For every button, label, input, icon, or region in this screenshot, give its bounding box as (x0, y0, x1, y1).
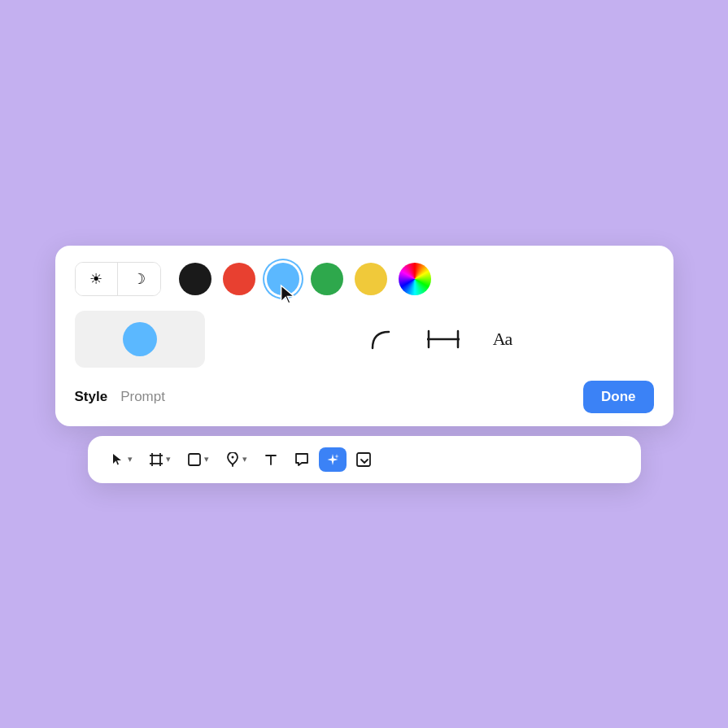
done-button[interactable]: Done (583, 381, 654, 413)
color-preview (75, 311, 205, 368)
corner-radius-button[interactable] (366, 325, 394, 353)
text-icon (264, 452, 278, 467)
style-icons-group: Aa (225, 325, 654, 353)
svg-rect-12 (189, 454, 200, 465)
swatch-rainbow[interactable] (399, 263, 431, 295)
theme-group: ☀ ☽ (75, 262, 161, 296)
color-swatches (179, 263, 431, 295)
swatch-blue-wrapper (267, 263, 299, 295)
embed-tool-button[interactable] (350, 447, 377, 472)
swatch-green[interactable] (311, 263, 343, 295)
swatch-red[interactable] (223, 263, 255, 295)
cursor-arrow-icon (279, 284, 297, 307)
bottom-row: Style Prompt Done (75, 381, 654, 413)
top-row: ☀ ☽ (75, 262, 654, 296)
comment-tool-button[interactable] (288, 447, 316, 472)
comment-icon (294, 452, 309, 467)
text-tool-button[interactable] (257, 447, 285, 472)
swatch-black[interactable] (179, 263, 211, 295)
shape-icon (187, 452, 202, 467)
border-width-button[interactable] (426, 328, 460, 351)
moon-icon: ☽ (133, 270, 146, 288)
pen-chevron-icon: ▾ (242, 454, 247, 464)
embed-icon (356, 452, 371, 467)
frame-tool-button[interactable]: ▾ (142, 447, 177, 472)
svg-point-13 (231, 456, 233, 458)
tab-prompt[interactable]: Prompt (120, 386, 165, 408)
selected-color-dot (123, 322, 157, 356)
font-size-icon: Aa (493, 329, 512, 350)
corner-radius-icon (366, 325, 394, 353)
tabs: Style Prompt (75, 386, 165, 408)
shape-tool-button[interactable]: ▾ (181, 447, 216, 472)
pen-tool-button[interactable]: ▾ (219, 447, 254, 472)
dark-mode-button[interactable]: ☽ (118, 263, 160, 295)
light-mode-button[interactable]: ☀ (76, 263, 118, 295)
style-panel: ☀ ☽ (55, 246, 674, 426)
bottom-toolbar: ▾ ▾ ▾ ▾ (88, 436, 641, 483)
svg-rect-11 (152, 456, 160, 464)
cursor-icon (111, 452, 125, 467)
pen-icon (225, 452, 240, 467)
ai-tool-button[interactable] (319, 447, 347, 472)
select-tool-button[interactable]: ▾ (104, 447, 139, 472)
frame-icon (149, 452, 163, 467)
frame-chevron-icon: ▾ (166, 454, 171, 464)
select-chevron-icon: ▾ (128, 454, 133, 464)
sun-icon: ☀ (89, 270, 102, 288)
swatch-yellow[interactable] (355, 263, 387, 295)
border-width-icon (426, 328, 460, 351)
ai-sparkle-icon (325, 452, 340, 467)
tab-style[interactable]: Style (75, 386, 108, 408)
font-size-button[interactable]: Aa (493, 329, 512, 350)
shape-chevron-icon: ▾ (204, 454, 209, 464)
middle-row: Aa (75, 311, 654, 368)
